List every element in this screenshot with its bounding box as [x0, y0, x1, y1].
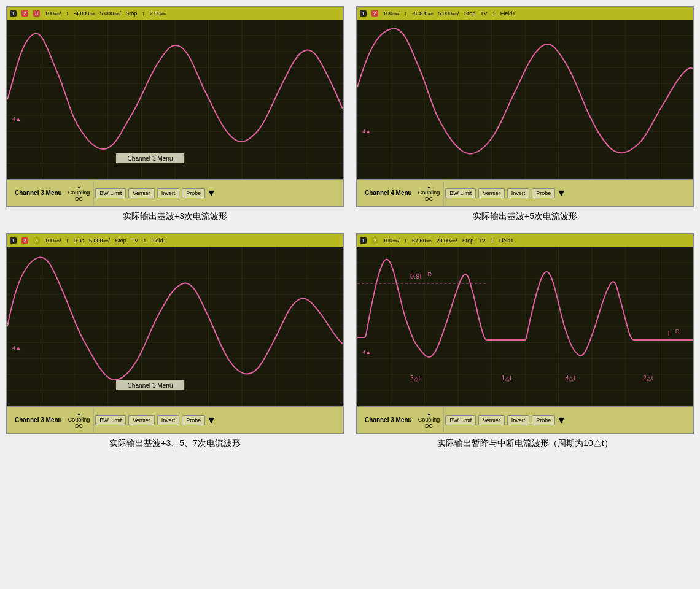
scope-1: 1 2 3 100㎜/ ↕ -4.000㎜ 5.000㎜/ Stop ↕ 2.0… — [6, 6, 344, 207]
scope1-coupling-label: Coupling — [68, 190, 90, 196]
scope2-timebase: 5.000㎜/ — [438, 10, 459, 18]
scope1-vernier-btn[interactable]: Vernier — [128, 188, 155, 198]
scope1-val: 2.00㎜ — [150, 10, 166, 18]
scope2-scale: 100㎜/ — [383, 10, 400, 18]
scope4-coupling-section: ▲ Coupling DC — [414, 408, 445, 433]
scope4-probe-arrow: ▼ — [556, 415, 566, 426]
scope2-channel-title: Channel 4 Menu — [362, 188, 414, 198]
svg-text:D: D — [675, 328, 680, 334]
scope-4-svg: 0.9I R I D 3△t 1△t 4△t 2△t 4▲ — [357, 247, 693, 406]
svg-text:4▲: 4▲ — [12, 116, 21, 122]
scope4-val: 1 — [491, 237, 494, 244]
scope4-cursor: ↕ — [405, 237, 408, 244]
scope2-ch2-badge: 2 — [371, 10, 378, 17]
scope3-trigger: Stop — [115, 237, 126, 244]
scope3-timebase: 5.000㎜/ — [89, 237, 110, 245]
scope-4-screen: 0.9I R I D 3△t 1△t 4△t 2△t 4▲ — [357, 247, 693, 406]
svg-text:4▲: 4▲ — [362, 128, 371, 134]
scope2-coupling-section: ▲ Coupling DC — [414, 181, 445, 206]
scope3-probe-btn[interactable]: Probe — [182, 415, 205, 425]
scope-1-menu-bar: Channel 3 Menu ▲ Coupling DC BW Limit Ve… — [7, 179, 343, 206]
svg-text:4▲: 4▲ — [362, 349, 371, 355]
scope2-invert-btn[interactable]: Invert — [507, 188, 530, 198]
scope-2-screen: 4▲ — [357, 20, 693, 179]
scope3-coupling-arrow: ▲ — [76, 411, 81, 417]
scope4-bw-limit-btn[interactable]: BW Limit — [445, 415, 476, 425]
scope1-timebase: 5.000㎜/ — [100, 10, 121, 18]
scope4-offset: 67.60㎜ — [412, 237, 432, 245]
scope-1-svg: Channel 3 Menu 4▲ — [7, 20, 343, 179]
scope3-ch3-badge: 3 — [33, 237, 40, 244]
scope2-offset: -8.400㎜ — [412, 10, 434, 18]
scope3-coupling-label: Coupling — [68, 417, 90, 423]
scope-1-header: 1 2 3 100㎜/ ↕ -4.000㎜ 5.000㎜/ Stop ↕ 2.0… — [7, 7, 343, 20]
scope3-field: Field1 — [151, 237, 166, 244]
scope3-val: 1 — [143, 237, 146, 244]
scope3-bw-limit-btn[interactable]: BW Limit — [95, 415, 126, 425]
scope3-channel-title: Channel 3 Menu — [12, 415, 64, 425]
scope1-trigger: Stop — [126, 10, 138, 17]
scope1-invert-btn[interactable]: Invert — [157, 188, 180, 198]
scope-3-header: 1 2 3 100㎜/ ↕ 0.0s 5.000㎜/ Stop TV 1 Fie… — [7, 234, 343, 247]
scope4-probe-btn[interactable]: Probe — [532, 415, 555, 425]
svg-text:3△t: 3△t — [410, 375, 421, 382]
scope4-trigger: Stop — [462, 237, 474, 244]
scope3-invert-btn[interactable]: Invert — [157, 415, 180, 425]
svg-text:2△t: 2△t — [643, 375, 653, 382]
scope2-bw-limit-btn[interactable]: BW Limit — [445, 188, 476, 198]
scope1-scale: 100㎜/ — [45, 10, 61, 18]
scope-3-caption: 实际输出基波+3、5、7次电流波形 — [6, 434, 344, 456]
scope-3-menu-bar: Channel 3 Menu ▲ Coupling DC BW Limit Ve… — [7, 406, 343, 433]
scope2-coupling-arrow: ▲ — [426, 184, 431, 190]
scope1-coupling-arrow: ▲ — [76, 184, 81, 190]
scope3-mode: TV — [131, 237, 139, 244]
scope4-mode: TV — [478, 237, 486, 244]
scope2-field: Field1 — [500, 10, 516, 17]
scope4-invert-btn[interactable]: Invert — [507, 415, 530, 425]
scope-2: 1 2 100㎜/ ↕ -8.400㎜ 5.000㎜/ Stop TV 1 Fi… — [356, 6, 694, 207]
main-grid: 1 2 3 100㎜/ ↕ -4.000㎜ 5.000㎜/ Stop ↕ 2.0… — [6, 6, 694, 460]
scope1-ch3-badge: 3 — [33, 10, 40, 17]
scope2-coupling-val: DC — [425, 196, 433, 202]
scope2-mode: TV — [480, 10, 488, 17]
scope3-vernier-btn[interactable]: Vernier — [128, 415, 155, 425]
scope3-cursor: ↕ — [66, 237, 69, 244]
scope-2-header: 1 2 100㎜/ ↕ -8.400㎜ 5.000㎜/ Stop TV 1 Fi… — [357, 7, 693, 20]
scope3-coupling-val: DC — [75, 423, 83, 429]
scope4-ch2-badge: 2 — [371, 237, 378, 244]
scope3-ch1-badge: 1 — [10, 237, 17, 244]
svg-text:1△t: 1△t — [502, 375, 512, 382]
scope2-probe-arrow: ▼ — [556, 188, 566, 199]
scope4-ch1-badge: 1 — [360, 237, 367, 244]
scope-3: 1 2 3 100㎜/ ↕ 0.0s 5.000㎜/ Stop TV 1 Fie… — [6, 233, 344, 434]
scope2-vernier-btn[interactable]: Vernier — [478, 188, 505, 198]
scope1-arrow: ↕ — [142, 10, 145, 17]
scope4-vernier-btn[interactable]: Vernier — [478, 415, 505, 425]
scope2-val: 1 — [492, 10, 496, 17]
scope2-ch1-badge: 1 — [360, 10, 367, 17]
scope-4-header: 1 2 100㎜/ ↕ 67.60㎜ 20.00㎜/ Stop TV 1 Fie… — [357, 234, 693, 247]
scope-4-wrapper: 1 2 100㎜/ ↕ 67.60㎜ 20.00㎜/ Stop TV 1 Fie… — [356, 233, 694, 456]
scope-1-wrapper: 1 2 3 100㎜/ ↕ -4.000㎜ 5.000㎜/ Stop ↕ 2.0… — [6, 6, 344, 229]
scope1-cursor: ↕ — [66, 10, 69, 17]
svg-text:R: R — [427, 271, 432, 277]
svg-text:4▲: 4▲ — [12, 345, 21, 351]
scope-4: 1 2 100㎜/ ↕ 67.60㎜ 20.00㎜/ Stop TV 1 Fie… — [356, 233, 694, 434]
scope4-field: Field1 — [499, 237, 514, 244]
scope1-bw-limit-btn[interactable]: BW Limit — [95, 188, 126, 198]
scope4-coupling-label: Coupling — [418, 417, 440, 423]
scope4-timebase: 20.00㎜/ — [437, 237, 457, 245]
scope2-trigger: Stop — [464, 10, 476, 17]
scope2-probe-btn[interactable]: Probe — [532, 188, 555, 198]
scope-3-svg: Channel 3 Menu 4▲ — [7, 247, 343, 406]
scope1-probe-btn[interactable]: Probe — [182, 188, 205, 198]
scope-4-caption: 实际输出暂降与中断电流波形（周期为10△t） — [356, 434, 694, 456]
scope1-ch2-badge: 2 — [21, 10, 28, 17]
scope-4-menu-bar: Channel 3 Menu ▲ Coupling DC BW Limit Ve… — [357, 406, 693, 433]
svg-text:I: I — [668, 329, 670, 337]
scope1-coupling-val: DC — [75, 196, 83, 202]
scope3-scale: 100㎜/ — [45, 237, 61, 245]
svg-text:Channel 3 Menu: Channel 3 Menu — [127, 155, 173, 162]
scope3-ch2-badge: 2 — [21, 237, 28, 244]
scope1-channel-title: Channel 3 Menu — [12, 188, 64, 198]
